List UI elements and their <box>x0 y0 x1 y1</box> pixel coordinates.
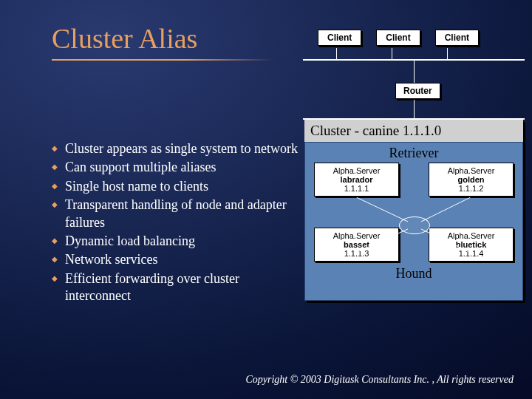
bullet-item: Network services <box>52 251 303 268</box>
server-ip: 1.1.1.3 <box>319 249 394 258</box>
client-row: Client Client Client <box>318 30 479 46</box>
copyright-text: Copyright © 2003 Digitask Consultants In… <box>245 374 514 386</box>
connector-line <box>447 48 448 59</box>
server-ip: 1.1.1.4 <box>434 249 508 258</box>
server-type: Alpha.Server <box>319 231 394 240</box>
server-ip: 1.1.1.1 <box>319 184 394 193</box>
bullet-item: Cluster appears as single system to netw… <box>52 140 303 157</box>
client-box: Client <box>376 30 420 46</box>
cluster-title: Cluster - canine 1.1.1.0 <box>304 120 523 142</box>
bullet-item: Can support multiple aliases <box>52 159 303 176</box>
connector-line <box>414 61 415 83</box>
slide-title: Cluster Alias <box>52 22 197 55</box>
server-name: labrador <box>319 175 394 184</box>
bullet-item: Single host name to clients <box>52 178 303 195</box>
bullet-item: Dynamic load balancing <box>52 233 303 250</box>
server-name: basset <box>319 240 394 249</box>
client-box: Client <box>318 30 361 46</box>
server-box-basset: Alpha.Server basset 1.1.1.3 <box>314 228 399 262</box>
title-underline <box>52 59 273 61</box>
cluster-body: Retriever Alpha.Server labrador 1.1.1.1 … <box>304 142 523 301</box>
connector-line <box>414 100 415 118</box>
bullet-item: Efficient forwarding over cluster interc… <box>52 270 303 305</box>
connector-line <box>336 48 337 59</box>
server-box-golden: Alpha.Server golden 1.1.1.2 <box>429 163 514 197</box>
bullet-item: Transparent handling of node and adapter… <box>52 197 303 231</box>
server-ip: 1.1.1.2 <box>434 184 508 193</box>
server-box-bluetick: Alpha.Server bluetick 1.1.1.4 <box>429 228 514 262</box>
cluster-diagram: Cluster - canine 1.1.1.0 Retriever Alpha… <box>304 120 523 301</box>
server-type: Alpha.Server <box>434 166 508 175</box>
server-box-labrador: Alpha.Server labrador 1.1.1.1 <box>314 163 399 197</box>
server-name: golden <box>434 175 508 184</box>
server-name: bluetick <box>434 240 508 249</box>
client-box: Client <box>435 30 479 46</box>
group-label-retriever: Retriever <box>314 146 514 161</box>
server-type: Alpha.Server <box>319 166 394 175</box>
interconnect-hub-icon <box>399 216 430 234</box>
server-type: Alpha.Server <box>434 231 508 240</box>
connector-line <box>392 48 392 59</box>
group-label-hound: Hound <box>314 266 514 282</box>
router-box: Router <box>395 83 440 99</box>
bullet-list: Cluster appears as single system to netw… <box>52 140 303 307</box>
